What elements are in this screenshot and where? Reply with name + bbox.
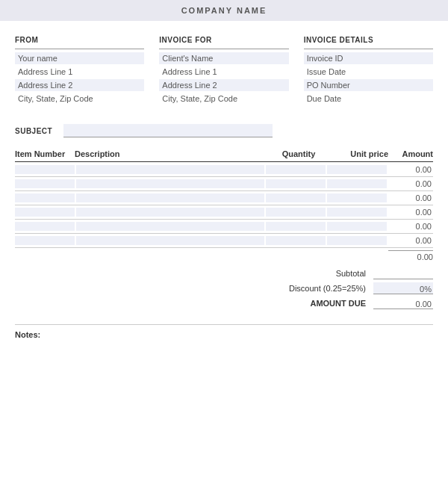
from-row-1: Address Line 1 (15, 66, 144, 78)
cell-item-5[interactable] (15, 222, 75, 231)
last-amount: 0.00 (388, 250, 433, 261)
table-row: 0.00 (15, 236, 433, 245)
cell-desc-3[interactable] (76, 193, 264, 202)
from-row-0: Your name (15, 52, 144, 64)
cell-unit-5[interactable] (327, 222, 387, 231)
invoice-for-row-3: City, State, Zip Code (159, 93, 288, 105)
totals-section: Subtotal Discount (0.25=25%) 0% AMOUNT D… (15, 267, 433, 309)
cell-item-4[interactable] (15, 208, 75, 217)
invoice-details-row-0: Invoice ID (304, 52, 433, 64)
table-row: 0.00 (15, 208, 433, 217)
table-rows: 0.00 0.00 0.00 (15, 165, 433, 248)
table-header-row: Item Number Description Quantity Unit pr… (15, 149, 433, 162)
subtotal-row: Subtotal (15, 267, 433, 279)
amount-due-value: 0.00 (373, 297, 433, 309)
cell-item-1[interactable] (15, 165, 75, 174)
row-divider-4 (15, 219, 433, 220)
cell-desc-2[interactable] (76, 179, 264, 188)
cell-qty-4[interactable] (266, 208, 326, 217)
notes-section: Notes: (15, 324, 433, 340)
table-row: 0.00 (15, 179, 433, 188)
discount-row: Discount (0.25=25%) 0% (15, 282, 433, 294)
cell-desc-6[interactable] (76, 236, 264, 245)
invoice-details-row-3: Due Date (304, 93, 433, 105)
row-divider-1 (15, 176, 433, 177)
col-header-unit: Unit price (329, 149, 388, 158)
company-name-text: COMPANY NAME (181, 6, 267, 15)
row-divider-2 (15, 190, 433, 191)
subject-label: SUBJECT (15, 127, 56, 135)
invoice-details-divider (304, 49, 433, 49)
company-name-header: COMPANY NAME (0, 0, 448, 21)
discount-label: Discount (0.25=25%) (246, 284, 366, 293)
invoice-for-divider (159, 49, 288, 49)
invoice-details-row-1: Issue Date (304, 66, 433, 78)
table-row: 0.00 (15, 165, 433, 174)
from-row-3: City, State, Zip Code (15, 93, 144, 105)
row-divider-3 (15, 205, 433, 205)
discount-value[interactable]: 0% (373, 282, 433, 294)
cell-item-6[interactable] (15, 236, 75, 245)
cell-amount-4: 0.00 (388, 208, 433, 217)
cell-qty-3[interactable] (266, 193, 326, 202)
cell-amount-5: 0.00 (388, 222, 433, 231)
invoice-table: Item Number Description Quantity Unit pr… (15, 149, 433, 309)
cell-desc-5[interactable] (76, 222, 264, 231)
cell-amount-2: 0.00 (388, 179, 433, 188)
row-divider-5 (15, 233, 433, 234)
table-row: 0.00 (15, 193, 433, 202)
subject-input[interactable] (63, 124, 273, 137)
cell-unit-1[interactable] (327, 165, 387, 174)
cell-amount-1: 0.00 (388, 165, 433, 174)
invoice-for-row-1: Address Line 1 (159, 66, 288, 78)
from-row-2: Address Line 2 (15, 79, 144, 91)
cell-unit-6[interactable] (327, 236, 387, 245)
col-header-amount: Amount (388, 149, 433, 158)
col-header-desc: Description (75, 149, 269, 158)
cell-amount-3: 0.00 (388, 193, 433, 202)
cell-qty-6[interactable] (266, 236, 326, 245)
col-header-qty: Quantity (269, 149, 329, 158)
cell-unit-3[interactable] (327, 193, 387, 202)
top-info-section: FROM Your name Address Line 1 Address Li… (15, 36, 433, 106)
subject-section: SUBJECT (15, 120, 433, 137)
amount-due-row: AMOUNT DUE 0.00 (15, 297, 433, 309)
table-row: 0.00 (15, 222, 433, 231)
invoice-details-row-2: PO Number (304, 79, 433, 91)
amount-due-label: AMOUNT DUE (246, 299, 366, 308)
last-row-container: 0.00 (15, 250, 433, 261)
from-divider (15, 49, 144, 49)
cell-qty-1[interactable] (266, 165, 326, 174)
subtotal-value[interactable] (373, 267, 433, 279)
cell-unit-4[interactable] (327, 208, 387, 217)
invoice-for-label: INVOICE FOR (159, 36, 288, 44)
cell-desc-1[interactable] (76, 165, 264, 174)
invoice-details-label: INVOICE DETAILS (304, 36, 433, 44)
from-label: FROM (15, 36, 144, 44)
from-column: FROM Your name Address Line 1 Address Li… (15, 36, 144, 106)
cell-unit-2[interactable] (327, 179, 387, 188)
cell-item-2[interactable] (15, 179, 75, 188)
col-header-item: Item Number (15, 149, 75, 158)
notes-label: Notes: (15, 330, 40, 339)
invoice-for-row-2: Address Line 2 (159, 79, 288, 91)
invoice-details-column: INVOICE DETAILS Invoice ID Issue Date PO… (304, 36, 433, 106)
cell-qty-2[interactable] (266, 179, 326, 188)
subtotal-label: Subtotal (246, 269, 366, 278)
row-divider-6 (15, 247, 433, 248)
cell-amount-6: 0.00 (388, 236, 433, 245)
invoice-for-column: INVOICE FOR Client's Name Address Line 1… (159, 36, 288, 106)
cell-item-3[interactable] (15, 193, 75, 202)
cell-qty-5[interactable] (266, 222, 326, 231)
cell-desc-4[interactable] (76, 208, 264, 217)
invoice-for-row-0: Client's Name (159, 52, 288, 64)
